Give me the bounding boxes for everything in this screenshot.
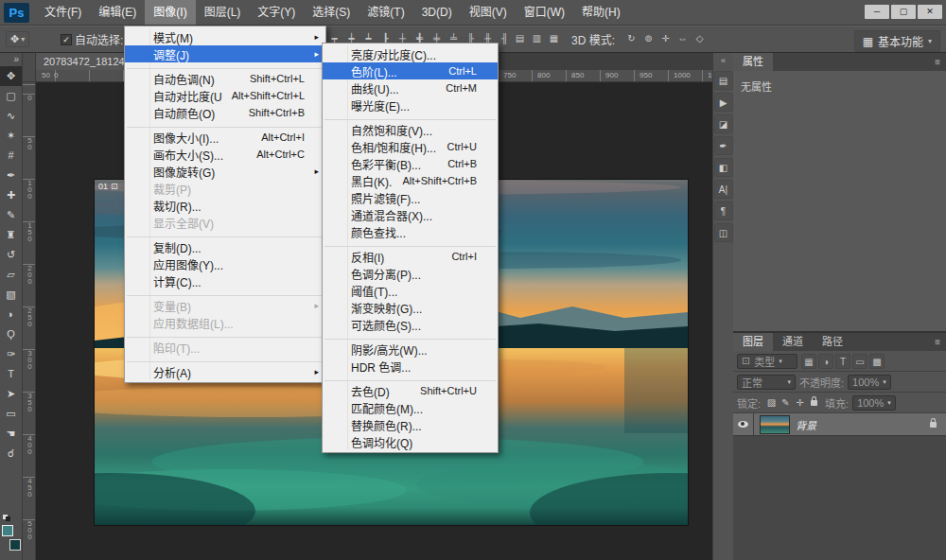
layer-row[interactable]: 背景: [733, 413, 946, 436]
menu-item[interactable]: [125, 331, 325, 339]
tool-button[interactable]: #: [0, 146, 22, 166]
menu-item[interactable]: 渐变映射(G)...: [323, 299, 498, 316]
fill-dropdown[interactable]: 100%▾: [852, 395, 896, 411]
panel-icon-button[interactable]: ▶: [714, 93, 733, 112]
lock-button[interactable]: ✎: [779, 395, 793, 411]
menu-item[interactable]: [323, 240, 498, 248]
menu-item[interactable]: 自动颜色(O) Shift+Ctrl+B: [125, 104, 325, 121]
menubar-item[interactable]: 图像(I): [145, 0, 195, 25]
panel-menu-icon[interactable]: ≡: [935, 57, 946, 67]
window-control-button[interactable]: ✕: [918, 5, 942, 19]
menubar-item[interactable]: 滤镜(T): [359, 0, 412, 25]
panel-icon-button[interactable]: ◫: [714, 223, 733, 242]
menu-item[interactable]: [125, 62, 325, 70]
menu-item[interactable]: 黑白(K)... Alt+Shift+Ctrl+B: [323, 172, 498, 189]
menu-item[interactable]: 裁切(R)...: [125, 197, 325, 214]
expand-panels-button[interactable]: «: [713, 53, 733, 68]
menubar-item[interactable]: 选择(S): [304, 0, 359, 25]
menu-item[interactable]: 照片滤镜(F)...: [323, 189, 498, 206]
layer-filter-dropdown[interactable]: ⊡ 类型 ▾: [737, 354, 797, 369]
layer-thumbnail[interactable]: [760, 415, 790, 434]
menu-item[interactable]: 色相/饱和度(H)... Ctrl+U: [323, 138, 498, 155]
menubar-item[interactable]: 图层(L): [196, 0, 250, 25]
auto-select-checkbox[interactable]: ✓: [61, 34, 72, 45]
menubar-item[interactable]: 帮助(H): [573, 0, 629, 25]
window-control-button[interactable]: ▢: [891, 5, 916, 19]
menu-item[interactable]: 计算(C)...: [125, 272, 325, 289]
layer-filter-button[interactable]: T: [835, 354, 850, 369]
tool-button[interactable]: ☌: [0, 444, 22, 464]
menu-item[interactable]: 匹配颜色(M)...: [323, 399, 498, 416]
menu-item[interactable]: 色彩平衡(B)... Ctrl+B: [323, 155, 498, 172]
menu-item[interactable]: 显示全部(V): [125, 214, 325, 231]
opacity-dropdown[interactable]: 100%▾: [848, 375, 891, 390]
menu-item[interactable]: 色阶(L)... Ctrl+L: [323, 62, 498, 79]
tool-button[interactable]: ▭: [0, 404, 22, 424]
arrange-icon[interactable]: ▤: [513, 31, 527, 46]
menu-item[interactable]: 模式(M): [125, 28, 325, 45]
tool-button[interactable]: T: [0, 364, 22, 384]
panel-icon-button[interactable]: ✒: [714, 136, 733, 155]
lock-button[interactable]: ✛: [793, 395, 807, 411]
menu-item[interactable]: [323, 375, 498, 382]
menu-item[interactable]: 通道混合器(X)...: [323, 206, 498, 223]
panel-menu-icon[interactable]: ≡: [935, 337, 946, 347]
lock-button[interactable]: [807, 395, 821, 411]
mode-3d-icon[interactable]: ◇: [692, 31, 707, 46]
menu-item[interactable]: [125, 121, 325, 129]
panel-tab[interactable]: 通道: [773, 333, 813, 351]
menu-item[interactable]: 曲线(U)... Ctrl+M: [323, 79, 498, 96]
layer-filter-button[interactable]: ◑: [818, 354, 833, 369]
menu-item[interactable]: 颜色查找...: [323, 223, 498, 240]
menu-item[interactable]: 色调分离(P)...: [323, 265, 498, 282]
menubar-item[interactable]: 窗口(W): [516, 0, 573, 25]
menubar-item[interactable]: 文件(F): [36, 0, 90, 25]
arrange-icon[interactable]: ▦: [547, 31, 561, 46]
menu-item[interactable]: [323, 114, 498, 121]
menu-item[interactable]: 调整(J): [125, 45, 325, 62]
menu-item[interactable]: 替换颜色(R)...: [323, 416, 498, 433]
tool-button[interactable]: ✒: [0, 166, 22, 185]
window-control-button[interactable]: ─: [865, 5, 889, 19]
panel-icon-button[interactable]: ▤: [714, 71, 733, 90]
mode-3d-icon[interactable]: ⊚: [641, 31, 656, 46]
tab-properties[interactable]: 属性: [733, 53, 773, 71]
foreground-color-swatch[interactable]: [2, 525, 13, 536]
distribute-icon[interactable]: ╢: [498, 31, 512, 46]
menu-item[interactable]: 图像大小(I)... Alt+Ctrl+I: [125, 129, 325, 146]
panel-icon-button[interactable]: ¶: [714, 201, 733, 220]
tool-button[interactable]: ▱: [0, 265, 22, 285]
menu-item[interactable]: 自然饱和度(V)...: [323, 121, 498, 138]
tool-button[interactable]: ♜: [0, 225, 22, 245]
tool-button[interactable]: Ϙ: [0, 324, 22, 344]
menu-item[interactable]: 陷印(T)...: [125, 339, 325, 356]
tool-button[interactable]: ☚: [0, 424, 22, 444]
mode-3d-icon[interactable]: ↻: [624, 31, 639, 46]
tool-button[interactable]: ▧: [0, 285, 22, 305]
panel-icon-button[interactable]: A|: [714, 180, 733, 199]
tool-preset-picker[interactable]: ✥ ▾: [6, 31, 29, 47]
menu-item[interactable]: 变量(B): [125, 297, 325, 314]
menubar-item[interactable]: 编辑(E): [90, 0, 145, 25]
menu-item[interactable]: 阈值(T)...: [323, 282, 498, 299]
menu-item[interactable]: 分析(A): [125, 363, 325, 380]
panel-icon-button[interactable]: ◪: [714, 114, 733, 133]
tool-button[interactable]: ∿: [0, 106, 22, 126]
tool-button[interactable]: ↺: [0, 245, 22, 265]
menu-item[interactable]: 画布大小(S)... Alt+Ctrl+C: [125, 146, 325, 163]
tool-button[interactable]: ✑: [0, 344, 22, 364]
panel-tab[interactable]: 图层: [733, 333, 773, 351]
tool-button[interactable]: ◗: [0, 305, 22, 324]
menu-item[interactable]: 复制(D)...: [125, 238, 325, 255]
collapse-tools-button[interactable]: »: [0, 53, 22, 66]
background-color-swatch[interactable]: [9, 539, 21, 551]
blend-mode-dropdown[interactable]: 正常▾: [737, 375, 796, 390]
mode-3d-icon[interactable]: ✛: [658, 31, 673, 46]
menu-item[interactable]: 曝光度(E)...: [323, 96, 498, 114]
arrange-icon[interactable]: ▥: [530, 31, 544, 46]
menu-item[interactable]: 色调均化(Q): [323, 433, 498, 450]
lock-button[interactable]: ▨: [764, 395, 779, 411]
menu-item[interactable]: 自动色调(N) Shift+Ctrl+L: [125, 70, 325, 87]
menu-item[interactable]: HDR 色调...: [323, 358, 498, 375]
menu-item[interactable]: 亮度/对比度(C)...: [323, 45, 498, 62]
